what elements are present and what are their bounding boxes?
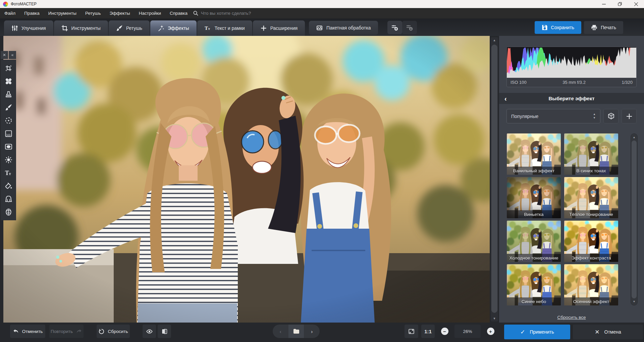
close-rail-button[interactable]: ✕ — [1, 51, 8, 59]
text-tool-icon: Tт — [5, 169, 12, 177]
undo-button[interactable]: Отменить — [10, 325, 45, 338]
random-effect-button[interactable] — [603, 109, 619, 123]
zoom-100-button[interactable]: 1:1 — [421, 325, 435, 338]
add-effect-button[interactable] — [622, 109, 637, 123]
face-sculpt-tool[interactable] — [4, 208, 12, 216]
zoom-out-button[interactable]: − — [438, 325, 451, 338]
histogram — [507, 47, 636, 78]
reset-icon — [98, 328, 105, 335]
fit-screen-button[interactable] — [405, 325, 418, 338]
gradient-filter-tool[interactable] — [4, 129, 12, 137]
image-stack-icon — [316, 24, 323, 31]
effect-thumbnail[interactable]: Ванильный эффект — [507, 133, 561, 175]
preview-original-button[interactable] — [143, 325, 156, 338]
restore-button[interactable] — [612, 0, 628, 8]
effect-thumbnail[interactable]: В синих тонах — [564, 133, 618, 175]
effect-thumbnail[interactable]: Виньетка — [507, 177, 561, 218]
svg-text:т: т — [9, 171, 11, 176]
menu-edit[interactable]: Правка — [20, 8, 44, 18]
fill-tool[interactable] — [4, 182, 12, 190]
effect-thumbnail[interactable]: Эффект контраста — [564, 221, 618, 262]
effect-thumbnail[interactable]: Холодное тонирование — [507, 221, 561, 262]
effects-header: ‹ Выберите эффект — [499, 93, 644, 104]
reset-all-link[interactable]: Сбросить все — [499, 315, 644, 320]
close-window-button[interactable] — [628, 0, 644, 8]
effects-panel: ISO 100 35 mm f/3.2 1/320 ‹ Выберите эфф… — [499, 36, 644, 323]
previous-photo-button[interactable]: ‹ — [273, 325, 288, 338]
effect-thumbnail[interactable]: Осенний эффект — [564, 264, 618, 305]
healing-patch-tool[interactable] — [4, 77, 12, 85]
tab-tools[interactable]: Инструменты — [54, 20, 108, 36]
effects-scrollbar[interactable]: ▲ ▼ — [631, 133, 638, 305]
tab-text-frames[interactable]: Tт Текст и рамки — [197, 20, 252, 36]
undo-icon — [13, 328, 19, 335]
menu-help[interactable]: Справка — [165, 8, 192, 18]
vignette-icon — [5, 143, 12, 151]
menu-tools[interactable]: Инструменты — [44, 8, 81, 18]
sun-icon — [5, 156, 12, 164]
collapse-rail-button[interactable]: « — [9, 51, 16, 59]
menu-file[interactable]: Файл — [0, 8, 20, 18]
svg-text:T: T — [5, 169, 9, 176]
apply-button[interactable]: ✓ Применить — [504, 325, 570, 339]
menu-settings[interactable]: Настройки — [135, 8, 165, 18]
save-button[interactable]: Сохранить — [535, 21, 582, 34]
tab-improvements[interactable]: Улучшения — [4, 20, 53, 36]
svg-text:т: т — [208, 26, 210, 31]
plus-icon: + — [487, 328, 494, 335]
crop-icon — [61, 25, 68, 32]
vignette-tool[interactable] — [4, 142, 12, 151]
hair-icon — [5, 195, 12, 203]
menu-effects[interactable]: Эффекты — [105, 8, 134, 18]
compare-split-button[interactable] — [158, 325, 171, 338]
cancel-button[interactable]: ✕ Отмена — [573, 325, 643, 339]
zoom-in-button[interactable]: + — [484, 325, 497, 338]
check-icon: ✓ — [520, 329, 525, 335]
split-view-icon — [161, 328, 168, 335]
download-presets-button[interactable] — [402, 21, 417, 34]
scroll-up-icon[interactable]: ▲ — [491, 39, 498, 42]
reset-button[interactable]: Сбросить — [97, 325, 130, 338]
hair-color-tool[interactable] — [4, 195, 12, 203]
tab-retouch[interactable]: Ретушь — [109, 20, 150, 36]
clone-stamp-tool[interactable] — [4, 90, 12, 98]
canvas-scrollbar-thumb[interactable] — [491, 45, 497, 313]
effect-thumbnail[interactable]: Синее небо — [507, 264, 561, 305]
sliders-icon — [11, 25, 18, 32]
exif-iso: ISO 100 — [511, 80, 527, 85]
menu-retouch[interactable]: Ретушь — [81, 8, 105, 18]
effects-title: Выберите эффект — [499, 96, 644, 101]
brightness-tool[interactable] — [4, 156, 12, 164]
photo-canvas[interactable] — [3, 36, 490, 323]
brush-icon — [5, 104, 12, 111]
paint-bucket-icon — [5, 182, 12, 190]
print-button[interactable]: Печать — [584, 21, 623, 34]
radial-filter-tool[interactable] — [4, 116, 12, 124]
tab-batch-processing[interactable]: Пакетная обработка — [309, 21, 378, 35]
redo-button[interactable]: Повторить — [49, 325, 84, 338]
search-input[interactable] — [201, 11, 275, 16]
effects-scrollbar-thumb[interactable] — [632, 140, 637, 298]
spinner-arrows-icon[interactable]: ▲▼ — [593, 113, 596, 119]
radial-filter-icon — [5, 117, 12, 124]
close-icon: ✕ — [595, 329, 599, 335]
crop-rotate-tool[interactable] — [4, 64, 12, 72]
tab-extensions[interactable]: Расширения — [253, 20, 305, 36]
add-preset-button[interactable] — [387, 21, 402, 34]
open-folder-button[interactable] — [288, 325, 304, 338]
text-tool[interactable]: Tт — [4, 169, 12, 177]
scroll-down-icon[interactable]: ▼ — [491, 317, 498, 320]
canvas-vertical-scrollbar[interactable]: ▲ ▼ — [490, 37, 498, 322]
svg-text:T: T — [205, 25, 208, 31]
back-icon[interactable]: ‹ — [504, 95, 507, 102]
scroll-down-icon[interactable]: ▼ — [631, 300, 637, 303]
scroll-up-icon[interactable]: ▲ — [631, 136, 637, 139]
preset-download-icon — [406, 23, 414, 32]
next-photo-button[interactable]: › — [304, 325, 320, 338]
minimize-button[interactable] — [596, 0, 612, 8]
dice-icon — [607, 113, 615, 120]
tab-effects[interactable]: Эффекты — [150, 20, 197, 36]
effects-category-select[interactable]: Популярные ▲▼ — [506, 109, 600, 123]
effect-thumbnail[interactable]: Тёплое тонирование — [564, 177, 618, 218]
brush-tool[interactable] — [4, 103, 12, 111]
